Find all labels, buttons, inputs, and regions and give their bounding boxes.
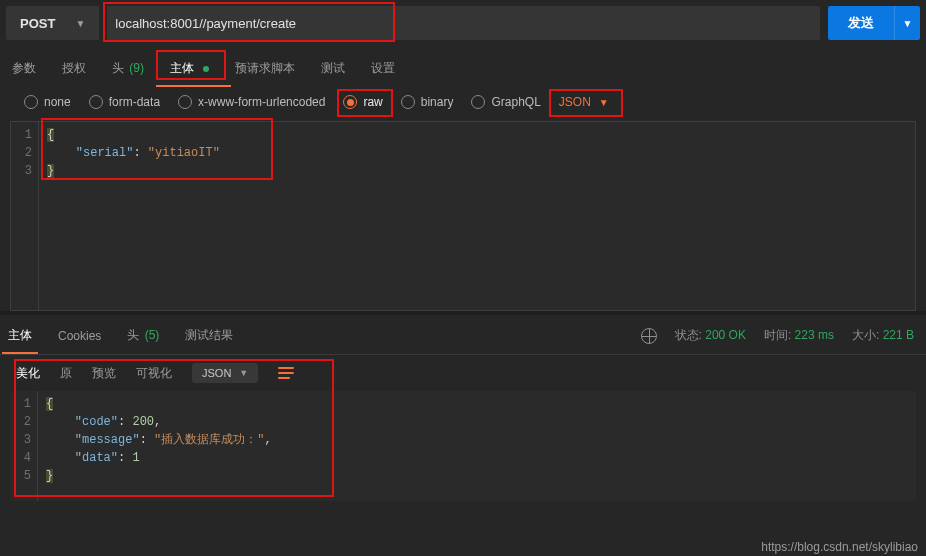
globe-icon[interactable] <box>641 328 657 344</box>
watermark: https://blog.csdn.net/skylibiao <box>761 540 918 554</box>
body-type-raw[interactable]: raw <box>343 95 382 109</box>
radio-icon <box>401 95 415 109</box>
resp-tab-tests[interactable]: 测试结果 <box>183 321 235 350</box>
url-input[interactable] <box>115 16 812 31</box>
line-gutter: 123 <box>11 122 39 310</box>
chevron-down-icon: ▼ <box>599 97 609 108</box>
radio-icon <box>343 95 357 109</box>
response-subtabs: 美化 原 预览 可视化 JSON ▼ <box>0 355 926 391</box>
tab-params[interactable]: 参数 <box>10 56 38 81</box>
line-wrap-icon[interactable] <box>278 366 296 380</box>
raw-content-type-select[interactable]: JSON ▼ <box>559 95 609 109</box>
body-type-urlencoded[interactable]: x-www-form-urlencoded <box>178 95 325 109</box>
resp-tab-headers[interactable]: 头 (5) <box>125 321 161 350</box>
radio-icon <box>471 95 485 109</box>
resp-subtab-raw[interactable]: 原 <box>60 365 72 382</box>
send-options-button[interactable]: ▼ <box>894 6 920 40</box>
response-tabs: 主体 Cookies 头 (5) 测试结果 状态: 200 OK 时间: 223… <box>0 315 926 355</box>
radio-icon <box>178 95 192 109</box>
body-type-binary[interactable]: binary <box>401 95 454 109</box>
http-method-select[interactable]: POST ▼ <box>6 6 99 40</box>
body-type-row: none form-data x-www-form-urlencoded raw… <box>0 87 926 121</box>
body-type-graphql[interactable]: GraphQL <box>471 95 540 109</box>
resp-subtab-preview[interactable]: 预览 <box>92 365 116 382</box>
size-block: 大小: 221 B <box>852 327 914 344</box>
tab-tests[interactable]: 测试 <box>319 56 347 81</box>
response-body-viewer[interactable]: 12345 { "code": 200, "message": "插入数据库成功… <box>10 391 916 501</box>
tab-prerequest[interactable]: 预请求脚本 <box>233 56 297 81</box>
response-meta: 状态: 200 OK 时间: 223 ms 大小: 221 B <box>641 327 914 344</box>
chevron-down-icon: ▼ <box>903 18 913 29</box>
resp-tab-body[interactable]: 主体 <box>6 321 34 350</box>
radio-icon <box>24 95 38 109</box>
status-block: 状态: 200 OK <box>675 327 746 344</box>
resp-subtab-visualize[interactable]: 可视化 <box>136 365 172 382</box>
body-type-none[interactable]: none <box>24 95 71 109</box>
tab-settings[interactable]: 设置 <box>369 56 397 81</box>
request-body-code[interactable]: { "serial": "yitiaoIT" } <box>39 122 228 310</box>
radio-icon <box>89 95 103 109</box>
request-tabs: 参数 授权 头 (9) 主体 预请求脚本 测试 设置 <box>0 46 926 87</box>
time-block: 时间: 223 ms <box>764 327 834 344</box>
resp-subtab-pretty[interactable]: 美化 <box>16 365 40 382</box>
http-method-value: POST <box>20 16 55 31</box>
chevron-down-icon: ▼ <box>75 18 85 29</box>
tab-body[interactable]: 主体 <box>168 56 211 81</box>
send-button-label: 发送 <box>848 14 874 32</box>
request-body-editor[interactable]: 123 { "serial": "yitiaoIT" } <box>10 121 916 311</box>
tab-headers[interactable]: 头 (9) <box>110 56 146 81</box>
tab-auth[interactable]: 授权 <box>60 56 88 81</box>
response-format-select[interactable]: JSON ▼ <box>192 363 258 383</box>
chevron-down-icon: ▼ <box>239 368 248 378</box>
line-gutter: 12345 <box>10 391 38 501</box>
body-type-form-data[interactable]: form-data <box>89 95 160 109</box>
resp-tab-cookies[interactable]: Cookies <box>56 323 103 349</box>
response-body-code: { "code": 200, "message": "插入数据库成功：", "d… <box>38 391 280 501</box>
url-bar[interactable] <box>107 6 820 40</box>
send-button[interactable]: 发送 <box>828 6 894 40</box>
